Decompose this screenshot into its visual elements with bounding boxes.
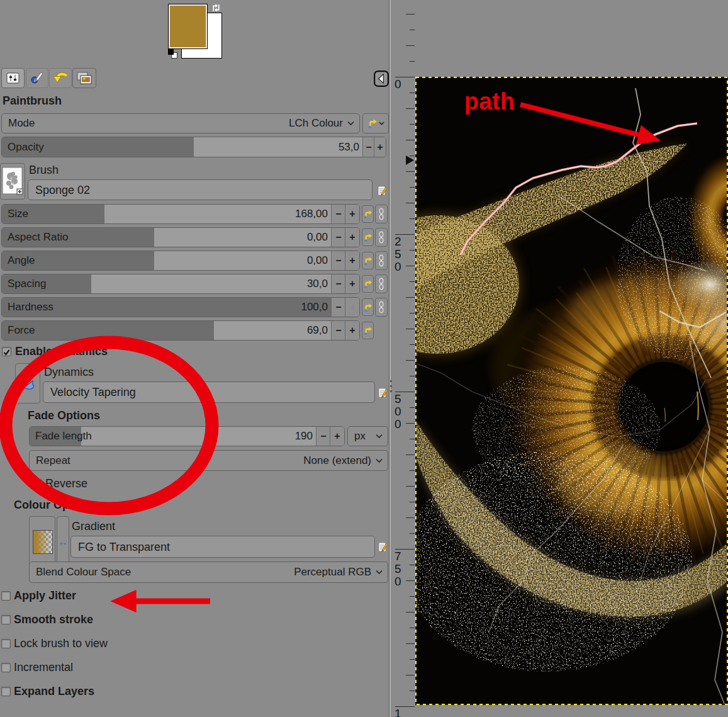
- brush-name-field[interactable]: Sponge 02: [28, 179, 372, 200]
- swap-horizontal-icon: ↔: [59, 536, 68, 547]
- undo-history-icon: [52, 71, 69, 85]
- reset-button[interactable]: [362, 322, 374, 339]
- opacity-decrement-button[interactable]: −: [362, 137, 374, 157]
- edit-dynamics-icon[interactable]: [378, 387, 388, 398]
- ruler-tick: [410, 250, 415, 251]
- ruler-tick: [410, 502, 415, 502]
- size-slider[interactable]: Size 168,00 − +: [1, 204, 360, 224]
- apply-jitter-checkbox[interactable]: [1, 591, 11, 601]
- ruler-label: 1000: [395, 708, 404, 717]
- blend-colour-space-dropdown[interactable]: Blend Colour Space Perceptual RGB: [29, 562, 388, 583]
- tab-undo-history[interactable]: [49, 68, 72, 88]
- repeat-dropdown[interactable]: Repeat None (extend): [29, 450, 388, 471]
- ruler-tick: [410, 281, 415, 282]
- default-colors-icon[interactable]: [168, 49, 177, 58]
- ruler-pointer-icon: [405, 155, 415, 166]
- smooth-stroke-checkbox[interactable]: [1, 615, 11, 624]
- vertical-ruler[interactable]: 02505007501000: [395, 0, 415, 717]
- ruler-tick: [410, 376, 415, 376]
- angle-slider[interactable]: Angle 0,00 − +: [1, 251, 360, 271]
- swap-arrows-icon[interactable]: [211, 3, 221, 13]
- brush-thumbnail-button[interactable]: [0, 163, 25, 200]
- increment-button[interactable]: +: [345, 228, 359, 247]
- decrement-button[interactable]: −: [331, 251, 345, 270]
- chain-button[interactable]: [375, 228, 388, 247]
- reset-button[interactable]: [362, 298, 374, 316]
- opacity-value: 53,0: [339, 141, 359, 154]
- slider-value: 30,0: [307, 278, 328, 290]
- ruler-tick: [406, 140, 415, 140]
- fade-options-header: Fade Options: [28, 409, 100, 422]
- fade-unit-dropdown[interactable]: px: [347, 426, 388, 446]
- fade-length-increment-button[interactable]: +: [330, 427, 344, 446]
- splitter-handle[interactable]: [390, 380, 392, 399]
- incremental-checkbox[interactable]: [1, 663, 11, 672]
- increment-button[interactable]: +: [345, 205, 359, 223]
- chevron-down-icon: [376, 570, 383, 575]
- reset-button[interactable]: [362, 205, 374, 223]
- fade-length-decrement-button[interactable]: −: [316, 427, 330, 446]
- ruler-tick: [410, 218, 415, 219]
- reset-button[interactable]: [362, 229, 374, 246]
- chain-broken-icon: [378, 208, 385, 220]
- hardness-slider[interactable]: Hardness 100,0 − +: [1, 297, 360, 317]
- slider-label: Size: [8, 208, 28, 220]
- decrement-button[interactable]: −: [331, 228, 345, 247]
- ruler-tick: [406, 580, 415, 581]
- force-slider[interactable]: Force 69,0 − +: [1, 320, 360, 341]
- fade-length-label: Fade length: [35, 430, 92, 443]
- aspect-ratio-slider[interactable]: Aspect Ratio 0,00 − +: [1, 227, 360, 247]
- brush-thumbnail: [2, 166, 23, 196]
- increment-button[interactable]: +: [345, 321, 359, 340]
- increment-button[interactable]: +: [345, 251, 359, 270]
- tool-options-icon: [6, 71, 20, 85]
- spacing-slider[interactable]: Spacing 30,0 − +: [1, 274, 360, 294]
- slider-value: 0,00: [307, 231, 328, 244]
- collapse-dock-button[interactable]: [374, 71, 389, 87]
- chevron-down-icon: [376, 434, 383, 439]
- enable-dynamics-checkbox[interactable]: [2, 347, 11, 356]
- mode-dropdown[interactable]: Mode LCh Colour: [1, 113, 360, 133]
- decrement-button[interactable]: −: [331, 298, 345, 317]
- slider-value: 100,0: [301, 301, 328, 313]
- increment-button[interactable]: +: [345, 274, 359, 293]
- edit-brush-icon[interactable]: [378, 184, 388, 196]
- chain-button[interactable]: [375, 205, 388, 223]
- decrement-button[interactable]: −: [331, 321, 345, 340]
- opacity-slider[interactable]: Opacity 53,0 − +: [1, 137, 386, 157]
- gradient-label: Gradient: [72, 520, 115, 533]
- slider-value: 168,00: [295, 208, 328, 220]
- chain-button[interactable]: [375, 274, 388, 293]
- edit-gradient-icon[interactable]: [378, 541, 388, 553]
- gradient-reverse-button[interactable]: ↔: [57, 516, 69, 567]
- foreground-color-swatch[interactable]: [168, 4, 208, 49]
- slider-label: Angle: [8, 254, 35, 267]
- ruler-label: 500: [395, 393, 404, 431]
- expand-layers-checkbox[interactable]: [1, 687, 11, 696]
- reset-button[interactable]: [362, 252, 374, 269]
- ruler-tick: [410, 691, 415, 691]
- lock-brush-to-view-checkbox[interactable]: [1, 639, 11, 648]
- dynamics-icon-button[interactable]: [15, 363, 40, 404]
- canvas-viewport[interactable]: path: [415, 77, 728, 705]
- increment-button[interactable]: +: [345, 298, 359, 317]
- opacity-increment-button[interactable]: +: [374, 137, 386, 157]
- fade-length-slider[interactable]: Fade length 190 − +: [29, 426, 345, 446]
- reset-button[interactable]: [362, 275, 374, 293]
- dock-splitter[interactable]: [389, 0, 395, 717]
- reverse-checkbox[interactable]: [33, 479, 42, 488]
- reset-icon: [363, 279, 372, 289]
- fade-length-value: 190: [295, 430, 313, 443]
- repeat-value: None (extend): [303, 454, 371, 467]
- chain-button[interactable]: [375, 251, 388, 270]
- gradient-name-field[interactable]: FG to Transparent: [70, 536, 375, 558]
- tab-device-status[interactable]: i: [26, 68, 48, 88]
- decrement-button[interactable]: −: [331, 274, 345, 293]
- tab-tool-options[interactable]: [1, 68, 25, 88]
- chain-button[interactable]: [375, 298, 388, 317]
- mode-reset-button[interactable]: [362, 113, 389, 133]
- ruler-tick: [406, 675, 415, 675]
- dynamics-name-field[interactable]: Velocity Tapering: [43, 381, 375, 403]
- decrement-button[interactable]: −: [331, 205, 345, 223]
- tab-images[interactable]: [72, 68, 96, 88]
